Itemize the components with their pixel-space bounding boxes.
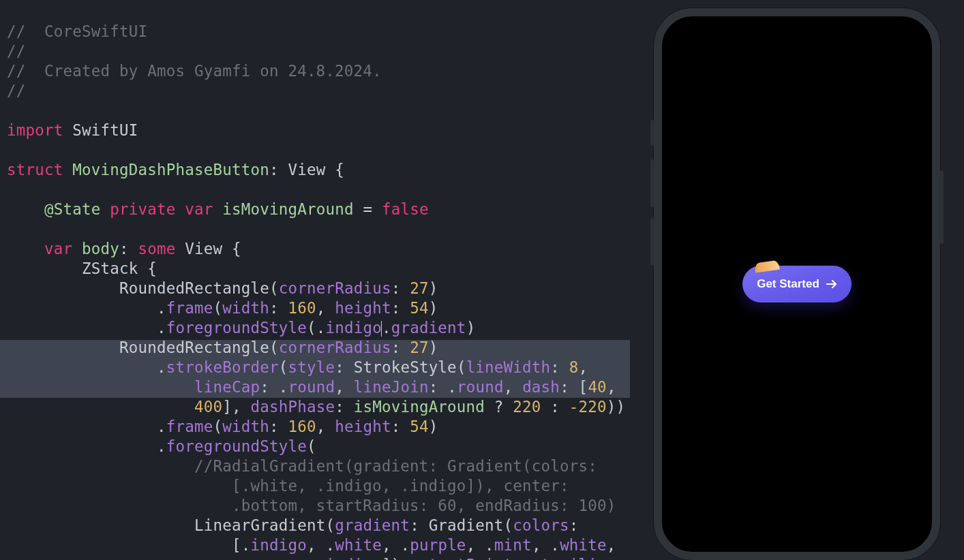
keyword-var: var (44, 240, 72, 258)
zstack: ZStack (82, 260, 138, 277)
keyword-some: some (138, 240, 176, 258)
device-side-button (650, 159, 654, 207)
keyword-private: private (110, 200, 175, 218)
keyword-false: false (382, 200, 429, 218)
comment-line: // CoreSwiftUI (7, 22, 147, 40)
modifier-frame: frame (166, 299, 213, 317)
modifier-stroke-border: strokeBorder (166, 358, 279, 376)
get-started-button[interactable]: Get Started (742, 266, 852, 302)
comment-line: // (7, 82, 26, 99)
comment-line: // Created by Amos Gyamfi on 24.8.2024. (7, 62, 382, 80)
preview-pane: Get Started (630, 0, 964, 560)
var-body: body (82, 240, 119, 258)
keyword-var: var (185, 200, 213, 218)
moving-dash-segment (754, 260, 780, 273)
keyword-import: import (7, 121, 63, 139)
rounded-rect-2: RoundedRectangle (119, 339, 269, 356)
rounded-rect-1: RoundedRectangle (119, 279, 269, 297)
comment-line: //RadialGradient(gradient: Gradient(colo… (194, 457, 597, 475)
modifier-frame: frame (166, 418, 213, 435)
struct-name: MovingDashPhaseButton (72, 161, 269, 178)
var-name: isMovingAround (222, 200, 353, 218)
keyword-struct: struct (7, 161, 63, 178)
protocol-name: View (288, 161, 325, 178)
device-side-button (650, 120, 654, 146)
comment-line: // (7, 42, 26, 60)
module-name: SwiftUI (72, 121, 138, 139)
param-corner-radius: cornerRadius (279, 279, 391, 297)
modifier-foreground: foregroundStyle (166, 319, 307, 337)
device-side-button (650, 218, 654, 266)
workspace: // CoreSwiftUI // // Created by Amos Gya… (0, 0, 964, 560)
type-view: View (185, 240, 222, 258)
simulator-device: Get Started (654, 8, 940, 560)
comment-line: .bottom, startRadius: 60, endRadius: 100… (232, 497, 616, 514)
arrow-right-icon (826, 279, 837, 289)
get-started-label: Get Started (757, 277, 819, 291)
linear-gradient: LinearGradient (194, 516, 325, 534)
attr-state: @State (44, 200, 100, 218)
code-content: // CoreSwiftUI // // Created by Amos Gya… (0, 0, 630, 560)
comment-line: [.white, .indigo, .indigo]), center: (232, 477, 569, 495)
device-side-button (939, 170, 944, 244)
modifier-foreground: foregroundStyle (166, 437, 307, 455)
code-editor[interactable]: // CoreSwiftUI // // Created by Amos Gya… (0, 0, 630, 560)
